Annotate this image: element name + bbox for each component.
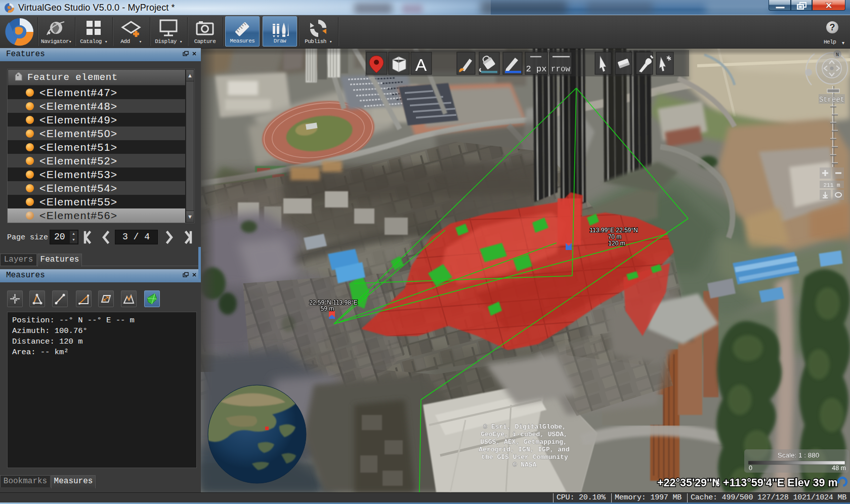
- svg-text:GeoEye, i-cubed, USDA,: GeoEye, i-cubed, USDA,: [481, 431, 568, 438]
- svg-text:211 m: 211 m: [823, 182, 840, 188]
- svg-text:+113°59'4''E Elev 39 m: +113°59'4''E Elev 39 m: [723, 477, 838, 489]
- svg-text:Street: Street: [819, 96, 844, 104]
- svg-text:+22°35'29''N: +22°35'29''N: [657, 477, 720, 489]
- svg-text:rrow: rrow: [551, 65, 571, 74]
- svg-text:Aerogrid, IGN, IGP, and: Aerogrid, IGN, IGP, and: [479, 446, 569, 453]
- svg-text:48 m: 48 m: [832, 465, 846, 472]
- svg-text:70 m: 70 m: [608, 233, 622, 240]
- svg-text:0: 0: [749, 465, 752, 472]
- svg-text:120 m: 120 m: [608, 240, 625, 247]
- svg-text:59 m: 59 m: [321, 305, 334, 312]
- svg-text:A: A: [415, 55, 427, 74]
- svg-text:USGS, AEX, Getmapping,: USGS, AEX, Getmapping,: [480, 438, 567, 446]
- svg-text:© NASA: © NASA: [513, 461, 537, 469]
- svg-text:© Esri, DigitalGlobe,: © Esri, DigitalGlobe,: [483, 423, 566, 431]
- svg-text:the GIS User Community: the GIS User Community: [481, 453, 568, 461]
- svg-text:113.99°E 22.59°N: 113.99°E 22.59°N: [589, 227, 638, 234]
- svg-text:Scale: 1 : 880: Scale: 1 : 880: [778, 451, 820, 459]
- svg-text:2 px: 2 px: [526, 64, 547, 74]
